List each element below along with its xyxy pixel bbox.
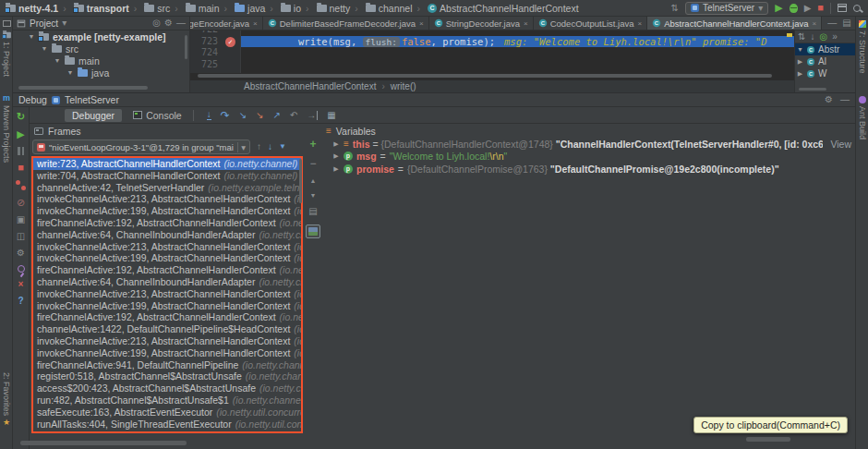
frame-row[interactable]: write:723, AbstractChannelHandlerContext… (33, 158, 301, 170)
chevron-collapsed-icon[interactable]: ▶ (332, 140, 340, 148)
mute-breakpoints-button[interactable]: ⊘ (17, 198, 25, 208)
stop-button[interactable]: ■ (18, 163, 24, 173)
breadcrumb-class[interactable]: AbstractChannelHandlerContext (244, 81, 376, 91)
more-icon[interactable]: » (832, 32, 838, 42)
restore-windows-icon[interactable] (838, 4, 847, 12)
frame-row[interactable]: channelActive:64, ChannelInboundHandlerA… (33, 229, 301, 241)
chevron-collapsed-icon[interactable]: ▶ (797, 58, 803, 66)
restore-layout-button[interactable]: ◫ (17, 232, 25, 241)
help-button[interactable]: ? (18, 297, 23, 306)
code-editor[interactable]: 722 723✓write(msg, flush:false, promise)… (190, 30, 794, 92)
horizontal-scrollbar[interactable] (799, 88, 826, 91)
frame-row[interactable]: invokeChannelActive:213, AbstractChannel… (33, 288, 301, 300)
frame-row[interactable]: run:482, AbstractChannel$AbstractUnsafe$… (33, 394, 301, 407)
debug-button[interactable] (790, 4, 798, 13)
frame-row[interactable]: register0:518, AbstractChannel$AbstractU… (33, 370, 301, 382)
sidebar-tab-maven[interactable]: m Maven Projects (0, 94, 13, 163)
vertical-scrollbar[interactable] (185, 35, 187, 59)
breadcrumb-item-class[interactable]: CAbstractChannelHandlerContext (413, 3, 579, 14)
tool-window-switcher-icon[interactable] (0, 20, 13, 27)
close-icon[interactable]: × (524, 19, 528, 28)
frame-row[interactable]: fireChannelActive:192, AbstractChannelHa… (33, 264, 301, 276)
tab-abstract-channel-handler-context[interactable]: CAbstractChannelHandlerContext.java× (647, 17, 822, 30)
move-down-button[interactable]: ▼ (310, 192, 317, 199)
horizontal-scrollbar[interactable] (18, 86, 148, 90)
chevron-expanded-icon[interactable]: ▼ (41, 45, 48, 52)
breadcrumb-item-main[interactable]: main (170, 3, 219, 14)
vertical-scrollbar[interactable] (299, 159, 302, 203)
variable-row-msg[interactable]: ▶ p msg = "Welcome to Liyh.local!\r\n" (321, 151, 855, 164)
step-over-button[interactable]: ↷ (221, 110, 230, 121)
chevron-expanded-icon[interactable]: ▼ (54, 57, 61, 64)
run-configuration-select[interactable]: TelnetServer ▾ (685, 2, 768, 15)
sort-alpha-icon[interactable]: ↓ (810, 32, 814, 42)
frame-row[interactable]: invokeChannelActive:199, AbstractChannel… (33, 300, 301, 312)
pause-button[interactable] (18, 147, 24, 155)
breadcrumb-item-java[interactable]: java (220, 3, 266, 14)
tab-list-icon[interactable]: ▤ (842, 18, 850, 28)
close-icon[interactable]: × (638, 19, 643, 28)
frame-row[interactable]: fireChannelActive:192, AbstractChannelHa… (33, 217, 301, 229)
horizontal-scrollbar[interactable] (746, 437, 790, 442)
breadcrumb-item-io[interactable]: io (265, 3, 301, 14)
frame-row[interactable]: invokeChannelActive:213, AbstractChannel… (33, 335, 301, 347)
thread-dump-button[interactable]: ▣ (17, 215, 25, 224)
breadcrumb-item-src[interactable]: src (129, 3, 171, 14)
frame-row[interactable]: channelActive:42, TelnetServerHandler(io… (33, 182, 301, 194)
chevron-expanded-icon[interactable]: ▼ (797, 46, 803, 53)
sidebar-tab-ant-build[interactable]: Ant Build (856, 96, 868, 140)
tab-string-decoder[interactable]: CStringDecoder.java× (429, 17, 534, 30)
filter-frames-icon[interactable]: ▼ (279, 143, 286, 151)
locate-file-icon[interactable]: ◎ (152, 18, 161, 28)
resume-button[interactable]: ▶ (17, 129, 24, 140)
tab-delimiter-based-frame-decoder[interactable]: CDelimiterBasedFrameDecoder.java× (263, 17, 429, 30)
frame-row[interactable]: channelActive:1422, DefaultChannelPipeli… (33, 323, 301, 335)
horizontal-scrollbar[interactable] (198, 74, 772, 78)
step-into-button[interactable]: ↘ (239, 111, 247, 120)
gear-icon[interactable]: ⚙ (825, 95, 833, 104)
close-button[interactable]: × (18, 280, 24, 289)
frame-row[interactable]: invokeChannelActive:199, AbstractChannel… (33, 252, 301, 264)
tree-node-java[interactable]: ▼ java (13, 67, 189, 79)
chevron-expanded-icon[interactable]: ▼ (66, 69, 74, 76)
close-icon[interactable]: × (813, 19, 817, 28)
pin-tab-button[interactable] (18, 265, 25, 273)
close-icon[interactable]: × (253, 19, 258, 28)
hide-panel-icon[interactable]: — (176, 18, 186, 28)
autoscroll-icon[interactable]: ◎ (819, 32, 827, 42)
variable-row-this[interactable]: ▶ ≡ this = {DefaultChannelHandlerContext… (321, 138, 855, 151)
variable-row-promise[interactable]: ▶ p promise = {DefaultChannelPromise@176… (321, 163, 855, 176)
sidebar-tab-favorites[interactable]: 2: Favorites ★ (0, 372, 13, 427)
breakpoint-hit-icon[interactable]: ✓ (225, 37, 235, 47)
frame-row[interactable]: fireChannelActive:192, AbstractChannelHa… (33, 311, 301, 323)
structure-node-class[interactable]: ▼ C Abstr (795, 43, 855, 55)
chevron-expanded-icon[interactable]: ▼ (28, 33, 35, 40)
move-up-button[interactable]: ▲ (310, 177, 317, 184)
run-to-cursor-button[interactable]: → (307, 111, 318, 120)
breadcrumb-method[interactable]: write() (391, 81, 416, 91)
chevron-collapsed-icon[interactable]: ▶ (332, 165, 340, 173)
frame-row[interactable]: access$200:423, AbstractChannel$Abstract… (33, 382, 301, 394)
frame-row[interactable]: invokeChannelActive:199, AbstractChannel… (33, 347, 301, 359)
view-link[interactable]: View (826, 139, 855, 150)
force-step-into-button[interactable]: ↘ (256, 111, 263, 120)
sidebar-tab-structure[interactable]: 7: Structure (856, 20, 868, 74)
add-watch-button[interactable]: + (309, 139, 316, 150)
run-button[interactable]: ▶ (775, 3, 782, 13)
tab-console[interactable]: Console (126, 109, 189, 122)
rerun-button[interactable]: ↻ (17, 112, 25, 122)
duplicate-watch-button[interactable]: ▤ (308, 207, 317, 216)
frame-row[interactable]: invokeChannelActive:213, AbstractChannel… (33, 193, 301, 205)
structure-node-1[interactable]: ▶ C Al (795, 55, 855, 67)
chevron-down-icon[interactable]: ▾ (62, 18, 66, 28)
frame-row[interactable]: invokeChannelActive:199, AbstractChannel… (33, 205, 301, 217)
gear-icon[interactable]: ⚙ (164, 18, 173, 28)
show-execution-point-button[interactable]: ↓ (207, 110, 211, 120)
frame-row[interactable]: runAllTasks:404, SingleThreadEventExecut… (33, 419, 301, 431)
frame-up-icon[interactable]: ↑ (257, 142, 261, 152)
drop-frame-button[interactable]: ↶ (290, 111, 297, 120)
tab-message-to-message-encoder[interactable]: CMessageToMessageEncoder.java× (190, 17, 263, 30)
chevron-collapsed-icon[interactable]: ▶ (797, 70, 803, 78)
frame-row[interactable]: invokeChannelActive:213, AbstractChannel… (33, 241, 301, 253)
show-values-inline-button[interactable] (306, 224, 320, 238)
